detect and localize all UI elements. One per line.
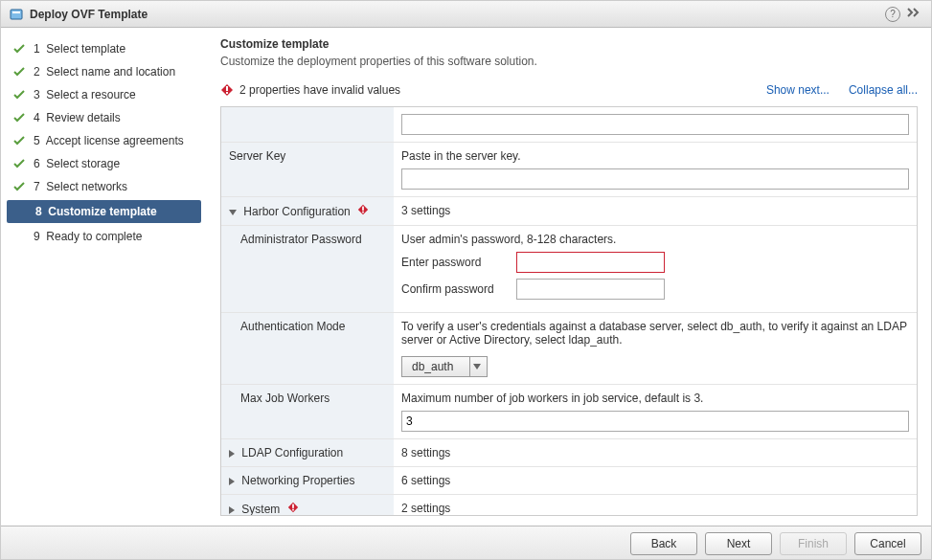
validation-bar: 2 properties have invalid values Show ne… (220, 78, 918, 106)
back-button[interactable]: Back (630, 532, 697, 555)
svg-rect-10 (292, 509, 294, 511)
enter-password-input[interactable] (516, 252, 665, 273)
check-icon (12, 42, 26, 56)
table-row: Authentication Mode To verify a user's c… (221, 313, 917, 385)
max-workers-desc: Maximum number of job workers in job ser… (401, 392, 909, 405)
table-row: Administrator Password User admin's pass… (221, 226, 917, 313)
check-icon (12, 134, 26, 147)
ldap-settings-count: 8 settings (394, 439, 917, 467)
check-icon (12, 157, 26, 170)
harbor-section-header[interactable]: Harbor Configuration 3 settings (221, 197, 917, 226)
step-select-networks[interactable]: 7 Select networks (1, 175, 207, 198)
step-ready-complete[interactable]: 9 Ready to complete (1, 225, 207, 248)
validation-text: 2 properties have invalid values (239, 83, 400, 97)
cancel-button[interactable]: Cancel (854, 532, 921, 555)
server-key-desc: Paste in the server key. (401, 149, 909, 163)
svg-rect-0 (11, 10, 22, 19)
page-subtitle: Customize the deployment properties of t… (220, 55, 918, 68)
error-icon (287, 502, 299, 513)
system-settings-count: 2 settings (394, 495, 917, 516)
svg-rect-1 (12, 11, 20, 13)
enter-password-label: Enter password (401, 256, 507, 269)
ovf-icon (9, 7, 24, 22)
svg-rect-6 (362, 207, 364, 211)
auth-mode-select[interactable]: db_auth (401, 356, 488, 377)
step-select-resource[interactable]: 3 Select a resource (1, 83, 207, 106)
step-select-template[interactable]: 1 Select template (1, 37, 207, 60)
max-workers-label: Max Job Workers (221, 385, 394, 439)
auth-mode-desc: To verify a user's credentials against a… (401, 320, 909, 347)
confirm-password-label: Confirm password (401, 282, 507, 296)
check-icon (12, 65, 26, 78)
main-panel: Customize template Customize the deploym… (207, 28, 931, 526)
next-button[interactable]: Next (705, 532, 772, 555)
max-workers-input[interactable] (401, 411, 909, 432)
properties-table: Server Key Paste in the server key. Harb… (221, 107, 917, 515)
generic-input[interactable] (401, 114, 909, 135)
svg-rect-9 (292, 504, 294, 508)
check-icon (12, 111, 26, 124)
confirm-password-input[interactable] (516, 279, 665, 300)
system-section-header[interactable]: System 2 settings (221, 495, 917, 516)
show-next-link[interactable]: Show next... (766, 83, 830, 97)
step-select-storage[interactable]: 6 Select storage (1, 152, 207, 175)
step-review-details[interactable]: 4 Review details (1, 106, 207, 129)
collapse-all-link[interactable]: Collapse all... (849, 83, 918, 97)
wizard-steps-sidebar: 1 Select template 2 Select name and loca… (1, 28, 207, 526)
chevron-down-icon (229, 210, 237, 215)
admin-password-label: Administrator Password (221, 226, 394, 313)
check-icon (12, 88, 26, 101)
wizard-footer: Back Next Finish Cancel (1, 526, 931, 560)
admin-password-desc: User admin's password, 8-128 characters. (401, 233, 909, 246)
finish-button: Finish (780, 532, 847, 555)
harbor-settings-count: 3 settings (394, 197, 917, 226)
svg-rect-4 (226, 92, 228, 94)
step-customize-template[interactable]: 8 Customize template (7, 200, 201, 223)
table-row: Server Key Paste in the server key. (221, 143, 917, 197)
step-accept-license[interactable]: 5 Accept license agreements (1, 129, 207, 152)
table-row (221, 107, 917, 143)
check-icon (12, 180, 26, 193)
svg-rect-7 (362, 212, 364, 213)
forward-icon[interactable] (906, 7, 923, 21)
chevron-right-icon (229, 506, 235, 514)
wizard-header: Deploy OVF Template ? (1, 1, 931, 28)
networking-settings-count: 6 settings (394, 467, 917, 495)
chevron-down-icon (469, 357, 487, 376)
auth-mode-label: Authentication Mode (221, 313, 394, 385)
server-key-input[interactable] (401, 168, 909, 190)
help-icon[interactable]: ? (885, 7, 900, 22)
page-title: Customize template (220, 37, 918, 51)
error-icon (220, 83, 234, 97)
chevron-right-icon (229, 478, 235, 485)
properties-scroll[interactable]: Server Key Paste in the server key. Harb… (221, 107, 917, 515)
wizard-title: Deploy OVF Template (30, 8, 148, 21)
ldap-section-header[interactable]: LDAP Configuration 8 settings (221, 439, 917, 467)
table-row: Max Job Workers Maximum number of job wo… (221, 385, 917, 439)
chevron-right-icon (229, 450, 235, 458)
server-key-label: Server Key (221, 143, 394, 197)
step-select-name-location[interactable]: 2 Select name and location (1, 60, 207, 83)
svg-rect-3 (226, 86, 228, 91)
networking-section-header[interactable]: Networking Properties 6 settings (221, 467, 917, 495)
error-icon (357, 204, 369, 215)
